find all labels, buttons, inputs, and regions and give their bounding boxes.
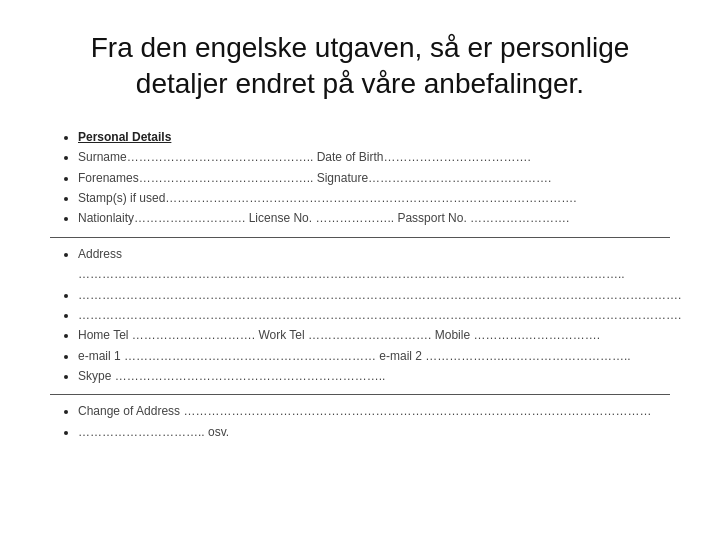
list-item: Home Tel …………………………. Work Tel …………………………… [78,325,670,345]
address-label: Address ……………………………………………………………………………………… [78,247,625,281]
personal-details-label: Personal Details [78,130,171,144]
personal-details-section: Personal Details Surname……………………………………….… [50,127,670,229]
title-line2: detaljer endret på våre anbefalinger. [136,68,584,99]
personal-details-header: Personal Details [78,127,670,147]
list-item: Address ……………………………………………………………………………………… [78,244,670,285]
list-item: Forenames…………………………………….. Signature……………… [78,168,670,188]
list-item: Skype ………………………………………………………….. [78,366,670,386]
change-address-section: Change of Address …………………………………………………………… [50,401,670,442]
list-item: Stamp(s) if used………………………………………………………………… [78,188,670,208]
list-item: …………………………………………………………………………………………………………… [78,285,670,305]
list-item: e-mail 1 ……………………………………………………… e-mail 2 … [78,346,670,366]
list-item: Change of Address …………………………………………………………… [78,401,670,421]
divider-2 [50,394,670,395]
title-line1: Fra den engelske utgaven, så er personli… [91,32,630,63]
list-item: Nationlaity………………………. License No. ………………… [78,208,670,228]
list-item: Surname……………………………………….. Date of Birth……… [78,147,670,167]
page: Fra den engelske utgaven, så er personli… [0,0,720,540]
address-section: Address ……………………………………………………………………………………… [50,244,670,387]
page-title: Fra den engelske utgaven, så er personli… [50,30,670,103]
list-item: ………………………….. osv. [78,422,670,442]
list-item: …………………………………………………………………………………………………………… [78,305,670,325]
divider-1 [50,237,670,238]
